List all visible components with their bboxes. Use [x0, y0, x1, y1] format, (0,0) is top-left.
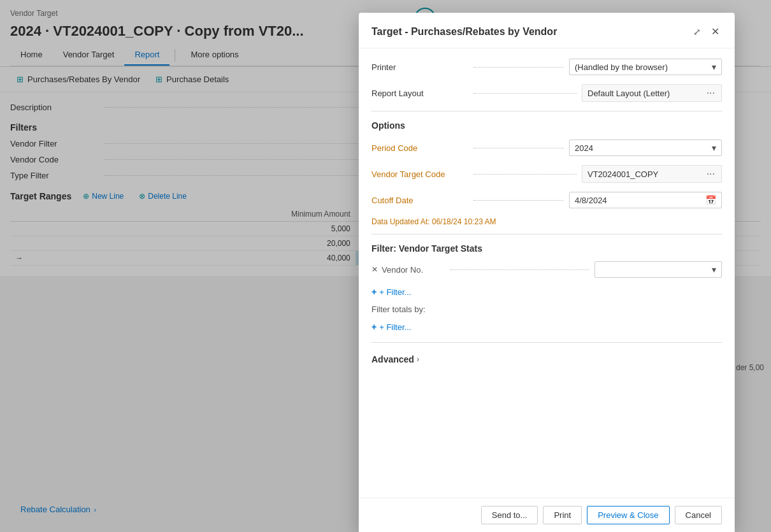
period-code-dropdown[interactable]: 2024 ▾	[569, 140, 722, 156]
filter-divider	[371, 234, 722, 234]
vendor-target-more-btn[interactable]: ···	[705, 168, 716, 180]
close-icon-btn[interactable]: ✕	[709, 23, 722, 40]
period-code-row: Period Code 2024 ▾	[371, 140, 722, 156]
report-layout-label: Report Layout	[371, 89, 473, 98]
period-code-arrow[interactable]: ▾	[712, 143, 716, 153]
add-filter-totals-plus-icon: +	[371, 322, 377, 332]
modal-header-actions: ⤢ ✕	[691, 23, 722, 40]
add-filter-totals-btn[interactable]: + + Filter...	[371, 319, 411, 334]
preview-close-btn[interactable]: Preview & Close	[587, 506, 669, 524]
add-filter-btn[interactable]: + + Filter...	[371, 284, 411, 299]
printer-label: Printer	[371, 62, 473, 72]
period-code-label: Period Code	[371, 143, 473, 153]
printer-dropdown[interactable]: (Handled by the browser) ▾	[569, 59, 722, 75]
report-layout-more-btn[interactable]: ···	[705, 87, 716, 99]
data-updated-text: Data Updated At: 06/18/24 10:23 AM	[371, 217, 722, 226]
print-btn[interactable]: Print	[543, 506, 582, 524]
report-layout-row: Report Layout Default Layout (Letter) ··…	[371, 84, 722, 102]
expand-icon: ⤢	[693, 27, 701, 37]
advanced-chevron-icon: ›	[417, 355, 419, 364]
modal-body: Printer (Handled by the browser) ▾ Repor…	[359, 48, 735, 498]
vendor-no-arrow[interactable]: ▾	[712, 264, 716, 275]
modal-title: Target - Purchases/Rebates by Vendor	[371, 26, 557, 38]
cutoff-date-label: Cutoff Date	[371, 196, 473, 205]
vendor-target-code-row: Vendor Target Code VT2024001_COPY ···	[371, 165, 722, 183]
options-divider	[371, 111, 722, 111]
printer-row: Printer (Handled by the browser) ▾	[371, 59, 722, 75]
vendor-no-label: Vendor No.	[382, 265, 445, 275]
cutoff-date-row: Cutoff Date 4/8/2024 📅	[371, 192, 722, 208]
close-icon: ✕	[711, 25, 719, 38]
send-to-btn[interactable]: Send to...	[481, 506, 538, 524]
modal-header: Target - Purchases/Rebates by Vendor ⤢ ✕	[359, 13, 735, 48]
vendor-no-filter-row: ✕ Vendor No. ▾	[371, 261, 722, 278]
advanced-label: Advanced	[371, 354, 414, 364]
add-filter-plus-icon: +	[371, 287, 377, 297]
modal-footer: Send to... Print Preview & Close Cancel	[359, 498, 735, 532]
advanced-section[interactable]: Advanced ›	[371, 352, 722, 367]
expand-icon-btn[interactable]: ⤢	[691, 24, 703, 40]
calendar-icon[interactable]: 📅	[705, 195, 716, 205]
vendor-no-dropdown[interactable]: ▾	[594, 261, 722, 278]
vendor-no-remove-btn[interactable]: ✕	[371, 265, 378, 274]
print-dialog: Target - Purchases/Rebates by Vendor ⤢ ✕…	[359, 13, 735, 532]
report-layout-field[interactable]: Default Layout (Letter) ···	[582, 84, 722, 102]
filter-totals-label: Filter totals by:	[371, 305, 722, 314]
vendor-target-code-field[interactable]: VT2024001_COPY ···	[582, 165, 722, 183]
vendor-target-code-label: Vendor Target Code	[371, 169, 473, 179]
cancel-btn[interactable]: Cancel	[675, 506, 722, 524]
filter-section-title: Filter: Vendor Target Stats	[371, 243, 722, 254]
options-section-title: Options	[371, 120, 722, 131]
printer-dropdown-arrow[interactable]: ▾	[712, 62, 716, 72]
cutoff-date-field[interactable]: 4/8/2024 📅	[569, 192, 722, 208]
advanced-divider	[371, 342, 722, 343]
